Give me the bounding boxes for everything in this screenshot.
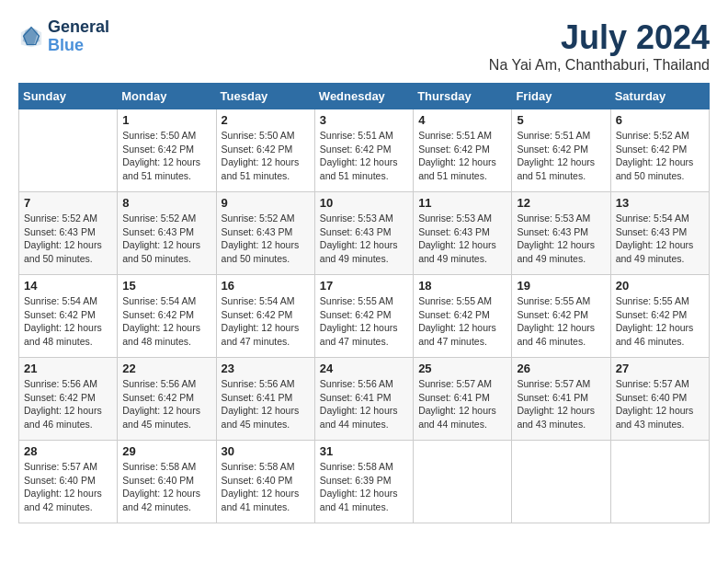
day-info: Sunrise: 5:53 AMSunset: 6:43 PMDaylight:… [320,212,408,266]
day-number: 31 [320,444,408,458]
logo-icon [18,24,44,50]
day-info: Sunrise: 5:52 AMSunset: 6:43 PMDaylight:… [122,212,210,266]
day-number: 10 [320,196,408,210]
day-info: Sunrise: 5:53 AMSunset: 6:43 PMDaylight:… [418,212,506,266]
day-info: Sunrise: 5:52 AMSunset: 6:43 PMDaylight:… [222,212,310,266]
calendar-cell: 8Sunrise: 5:52 AMSunset: 6:43 PMDaylight… [118,192,216,275]
day-info: Sunrise: 5:54 AMSunset: 6:43 PMDaylight:… [616,212,704,266]
calendar-cell: 31Sunrise: 5:58 AMSunset: 6:39 PMDayligh… [314,441,413,523]
calendar-week-row: 28Sunrise: 5:57 AMSunset: 6:40 PMDayligh… [19,441,710,523]
day-info: Sunrise: 5:53 AMSunset: 6:43 PMDaylight:… [517,212,605,266]
calendar-cell: 15Sunrise: 5:54 AMSunset: 6:42 PMDayligh… [118,275,216,358]
day-number: 4 [418,113,506,127]
calendar-cell [414,441,512,523]
calendar-cell: 10Sunrise: 5:53 AMSunset: 6:43 PMDayligh… [314,192,413,275]
calendar-cell [512,441,610,523]
page-header: GeneralBlue July 2024 Na Yai Am, Chantha… [18,18,710,74]
calendar-cell: 25Sunrise: 5:57 AMSunset: 6:41 PMDayligh… [414,358,512,441]
day-number: 20 [616,279,704,293]
day-info: Sunrise: 5:57 AMSunset: 6:40 PMDaylight:… [616,377,704,431]
weekday-header-tuesday: Tuesday [216,84,314,109]
calendar-cell [610,441,709,523]
day-number: 2 [222,113,310,127]
day-info: Sunrise: 5:51 AMSunset: 6:42 PMDaylight:… [517,129,605,183]
calendar-cell: 14Sunrise: 5:54 AMSunset: 6:42 PMDayligh… [19,275,118,358]
day-number: 19 [517,279,605,293]
day-number: 9 [222,196,310,210]
day-number: 21 [24,362,112,375]
calendar-cell: 17Sunrise: 5:55 AMSunset: 6:42 PMDayligh… [314,275,413,358]
day-info: Sunrise: 5:58 AMSunset: 6:40 PMDaylight:… [122,460,210,514]
calendar-cell: 22Sunrise: 5:56 AMSunset: 6:42 PMDayligh… [118,358,216,441]
calendar-cell: 9Sunrise: 5:52 AMSunset: 6:43 PMDaylight… [216,192,314,275]
calendar-cell: 29Sunrise: 5:58 AMSunset: 6:40 PMDayligh… [118,441,216,523]
day-info: Sunrise: 5:56 AMSunset: 6:41 PMDaylight:… [222,377,310,431]
day-info: Sunrise: 5:52 AMSunset: 6:42 PMDaylight:… [616,129,704,183]
calendar-cell: 26Sunrise: 5:57 AMSunset: 6:41 PMDayligh… [512,358,610,441]
day-number: 30 [222,444,310,458]
day-number: 18 [418,279,506,293]
calendar-cell: 1Sunrise: 5:50 AMSunset: 6:42 PMDaylight… [118,109,216,192]
day-number: 22 [122,362,210,375]
weekday-header-sunday: Sunday [19,84,118,109]
calendar-cell: 28Sunrise: 5:57 AMSunset: 6:40 PMDayligh… [19,441,118,523]
calendar-cell: 19Sunrise: 5:55 AMSunset: 6:42 PMDayligh… [512,275,610,358]
day-number: 16 [222,279,310,293]
day-info: Sunrise: 5:56 AMSunset: 6:41 PMDaylight:… [320,377,408,431]
day-number: 3 [320,113,408,127]
calendar-week-row: 14Sunrise: 5:54 AMSunset: 6:42 PMDayligh… [19,275,710,358]
day-number: 13 [616,196,704,210]
day-info: Sunrise: 5:54 AMSunset: 6:42 PMDaylight:… [222,294,310,349]
day-number: 29 [122,444,210,458]
day-info: Sunrise: 5:58 AMSunset: 6:39 PMDaylight:… [320,460,408,514]
logo: GeneralBlue [18,18,109,55]
day-info: Sunrise: 5:58 AMSunset: 6:40 PMDaylight:… [222,460,310,514]
day-info: Sunrise: 5:54 AMSunset: 6:42 PMDaylight:… [122,294,210,349]
calendar-cell: 6Sunrise: 5:52 AMSunset: 6:42 PMDaylight… [610,109,709,192]
day-info: Sunrise: 5:52 AMSunset: 6:43 PMDaylight:… [24,212,112,266]
calendar-cell: 7Sunrise: 5:52 AMSunset: 6:43 PMDaylight… [19,192,118,275]
calendar-cell: 2Sunrise: 5:50 AMSunset: 6:42 PMDaylight… [216,109,314,192]
calendar-week-row: 7Sunrise: 5:52 AMSunset: 6:43 PMDaylight… [19,192,710,275]
calendar-cell: 4Sunrise: 5:51 AMSunset: 6:42 PMDaylight… [414,109,512,192]
calendar-cell: 27Sunrise: 5:57 AMSunset: 6:40 PMDayligh… [610,358,709,441]
calendar-cell [19,109,118,192]
weekday-header-monday: Monday [118,84,216,109]
day-info: Sunrise: 5:55 AMSunset: 6:42 PMDaylight:… [616,294,704,349]
weekday-header-thursday: Thursday [414,84,512,109]
day-number: 27 [616,362,704,375]
month-title: July 2024 [489,18,710,57]
day-info: Sunrise: 5:57 AMSunset: 6:41 PMDaylight:… [418,377,506,431]
day-number: 14 [24,279,112,293]
calendar-cell: 18Sunrise: 5:55 AMSunset: 6:42 PMDayligh… [414,275,512,358]
day-number: 6 [616,113,704,127]
weekday-header-saturday: Saturday [610,84,709,109]
day-info: Sunrise: 5:55 AMSunset: 6:42 PMDaylight:… [320,294,408,349]
calendar-cell: 12Sunrise: 5:53 AMSunset: 6:43 PMDayligh… [512,192,610,275]
day-number: 5 [517,113,605,127]
calendar-cell: 30Sunrise: 5:58 AMSunset: 6:40 PMDayligh… [216,441,314,523]
day-number: 1 [122,113,210,127]
day-info: Sunrise: 5:50 AMSunset: 6:42 PMDaylight:… [222,129,310,183]
day-number: 26 [517,362,605,375]
logo-text: GeneralBlue [48,18,109,55]
day-info: Sunrise: 5:57 AMSunset: 6:41 PMDaylight:… [517,377,605,431]
day-info: Sunrise: 5:57 AMSunset: 6:40 PMDaylight:… [24,460,112,514]
day-info: Sunrise: 5:55 AMSunset: 6:42 PMDaylight:… [517,294,605,349]
calendar-cell: 11Sunrise: 5:53 AMSunset: 6:43 PMDayligh… [414,192,512,275]
calendar-week-row: 21Sunrise: 5:56 AMSunset: 6:42 PMDayligh… [19,358,710,441]
calendar-cell: 24Sunrise: 5:56 AMSunset: 6:41 PMDayligh… [314,358,413,441]
day-number: 8 [122,196,210,210]
day-number: 11 [418,196,506,210]
day-number: 17 [320,279,408,293]
day-info: Sunrise: 5:54 AMSunset: 6:42 PMDaylight:… [24,294,112,349]
location-title: Na Yai Am, Chanthaburi, Thailand [489,57,710,74]
calendar-cell: 21Sunrise: 5:56 AMSunset: 6:42 PMDayligh… [19,358,118,441]
day-info: Sunrise: 5:51 AMSunset: 6:42 PMDaylight:… [418,129,506,183]
day-number: 23 [222,362,310,375]
calendar-week-row: 1Sunrise: 5:50 AMSunset: 6:42 PMDaylight… [19,109,710,192]
calendar-table: SundayMondayTuesdayWednesdayThursdayFrid… [18,83,710,523]
calendar-cell: 5Sunrise: 5:51 AMSunset: 6:42 PMDaylight… [512,109,610,192]
weekday-header-friday: Friday [512,84,610,109]
day-number: 12 [517,196,605,210]
